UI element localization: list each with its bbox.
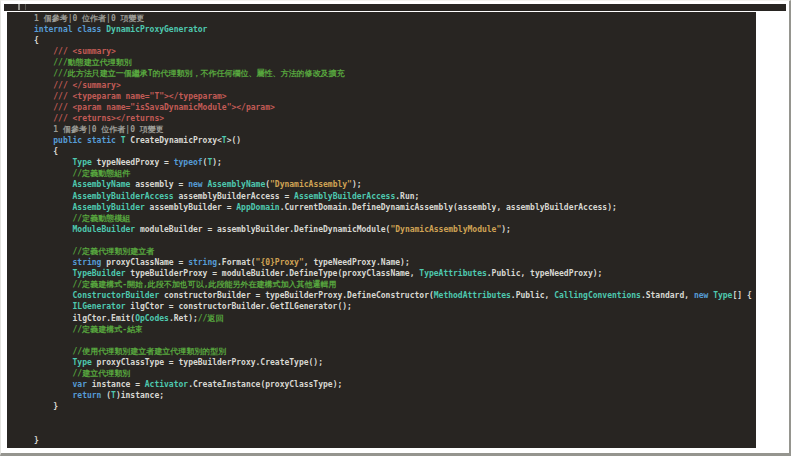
code-token: proxyClassName = <box>101 258 188 267</box>
code-token: /// <typeparam name="T"></typeparam> <box>34 92 227 101</box>
code-token: //使用代理類別建立者建立代理類別的型別 <box>34 347 226 356</box>
code-token: string <box>34 258 101 267</box>
code-token: .Run; <box>395 192 419 201</box>
code-token: Type <box>34 358 92 367</box>
code-token: "{0}Proxy" <box>256 258 304 267</box>
code-line[interactable]: //使用代理類別建立者建立代理類別的型別 <box>34 346 756 357</box>
code-line[interactable]: internal class DynamicProxyGenerator <box>34 24 756 35</box>
code-line[interactable]: /// <param name="isSavaDynamicModule"></… <box>34 102 756 113</box>
code-token: //定義建構式-開始,此段不加也可以,此段能另外在建構式加入其他邏輯用 <box>34 280 337 289</box>
code-line[interactable]: string proxyClassName = string.Format("{… <box>34 257 756 268</box>
code-line[interactable] <box>34 423 756 434</box>
code-token: OpCodes <box>135 314 169 323</box>
code-token: //定義動態模組 <box>34 214 130 223</box>
code-line[interactable]: ///動態建立代理類別 <box>34 57 756 68</box>
code-token: } <box>34 402 58 411</box>
code-token: ( <box>101 391 111 400</box>
clipped-editor-strip <box>4 4 786 11</box>
code-token: ); <box>501 225 511 234</box>
code-token: assemblyBuilder = <box>145 203 237 212</box>
code-token: , typeNeedProxy.Name); <box>304 258 410 267</box>
code-token: ); <box>212 158 222 167</box>
code-line[interactable]: public static T CreateDynamicProxy<T>() <box>34 135 756 146</box>
code-line[interactable]: AssemblyBuilder assemblyBuilder = AppDom… <box>34 202 756 213</box>
code-text-area[interactable]: 1 個參考|0 位作者|0 項變更internal class DynamicP… <box>7 12 756 446</box>
code-line[interactable]: ConstructorBuilder constructorBuilder = … <box>34 290 756 301</box>
code-token: .Public, typeNeedProxy); <box>487 269 603 278</box>
code-line[interactable]: //定義動態組件 <box>34 168 756 179</box>
code-line[interactable]: //定義動態模組 <box>34 213 756 224</box>
code-token: AssemblyBuilderAccess <box>34 192 174 201</box>
code-token: //建立代理類別 <box>34 369 130 378</box>
code-line[interactable]: //定義建構式-開始,此段不加也可以,此段能另外在建構式加入其他邏輯用 <box>34 279 756 290</box>
code-token: /// </summary> <box>34 81 121 90</box>
code-token: moduleBuilder = assemblyBuilder.DefineDy… <box>135 225 390 234</box>
code-token: typeBuilderProxy = moduleBuilder.DefineT… <box>126 269 420 278</box>
code-line[interactable]: ModuleBuilder moduleBuilder = assemblyBu… <box>34 224 756 235</box>
code-token: { <box>34 36 39 45</box>
code-token: 1 個參考|0 位作者|0 項變更 <box>34 125 164 134</box>
code-token: TypeBuilder <box>34 269 126 278</box>
code-token: //返回 <box>198 314 224 323</box>
code-line[interactable]: Type proxyClassType = typeBuilderProxy.C… <box>34 357 756 368</box>
code-token: assemblyBuilderAccess = <box>174 192 294 201</box>
code-line[interactable]: } <box>34 401 756 412</box>
code-token: typeof <box>174 158 203 167</box>
code-token: ///動態建立代理類別 <box>34 58 132 67</box>
code-line[interactable] <box>34 335 756 346</box>
code-line[interactable]: AssemblyName assembly = new AssemblyName… <box>34 179 756 190</box>
code-line[interactable]: /// <summary> <box>34 46 756 57</box>
code-line[interactable]: } <box>34 435 756 446</box>
code-token: /// <returns></returns> <box>34 114 164 123</box>
code-token: internal class <box>34 25 106 34</box>
code-token: .CreateInstance(proxyClassType); <box>188 380 342 389</box>
code-token: DynamicProxyGenerator <box>106 25 207 34</box>
code-token: /// <summary> <box>34 47 116 56</box>
code-line[interactable]: ///此方法只建立一個繼承T的代理類別，不作任何欄位、屬性、方法的修改及擴充 <box>34 68 756 79</box>
code-token: new <box>694 291 708 300</box>
code-token: CallingConventions <box>554 291 641 300</box>
code-line[interactable]: ilgCtor.Emit(OpCodes.Ret);//返回 <box>34 313 756 324</box>
code-token: AppDomain <box>236 203 279 212</box>
code-line[interactable]: Type typeNeedProxy = typeof(T); <box>34 157 756 168</box>
code-line[interactable]: //建立代理類別 <box>34 368 756 379</box>
code-line[interactable]: ILGenerator ilgCtor = constructorBuilder… <box>34 301 756 312</box>
code-token: return <box>34 391 101 400</box>
code-token: public static <box>34 136 121 145</box>
screenshot-page: { "palette": { "editor_bg": "#282522", "… <box>0 0 800 462</box>
code-line[interactable]: { <box>34 146 756 157</box>
code-token: 1 個參考|0 位作者|0 項變更 <box>34 14 145 23</box>
code-token: .Standard, <box>641 291 694 300</box>
code-line[interactable]: //定義代理類別建立者 <box>34 246 756 257</box>
code-token: .Ret); <box>169 314 198 323</box>
codelens-indicator[interactable]: 1 個參考|0 位作者|0 項變更 <box>34 124 756 135</box>
code-token: TypeAttributes <box>419 269 486 278</box>
code-token: ilgCtor.Emit( <box>34 314 135 323</box>
code-token: /// <param name="isSavaDynamicModule"></… <box>34 103 275 112</box>
code-token: .CurrentDomain.DefineDynamicAssembly(ass… <box>280 203 617 212</box>
code-editor[interactable]: 1 個參考|0 位作者|0 項變更internal class DynamicP… <box>7 12 756 448</box>
code-token: ilgCtor = constructorBuilder.GetILGenera… <box>126 302 352 311</box>
code-token: { <box>34 147 58 156</box>
code-token: } <box>34 436 39 445</box>
code-line[interactable] <box>34 412 756 423</box>
code-line[interactable]: TypeBuilder typeBuilderProxy = moduleBui… <box>34 268 756 279</box>
code-token: constructorBuilder = typeBuilderProxy.De… <box>159 291 434 300</box>
code-line[interactable]: /// <returns></returns> <box>34 113 756 124</box>
code-line[interactable] <box>34 235 756 246</box>
codelens-indicator[interactable]: 1 個參考|0 位作者|0 項變更 <box>34 13 756 24</box>
code-line[interactable]: /// </summary> <box>34 80 756 91</box>
code-line[interactable]: var instance = Activator.CreateInstance(… <box>34 379 756 390</box>
code-token: ); <box>352 180 362 189</box>
code-token: "DynamicAssemblyModule" <box>390 225 501 234</box>
code-line[interactable]: /// <typeparam name="T"></typeparam> <box>34 91 756 102</box>
code-line[interactable]: { <box>34 35 756 46</box>
code-line[interactable]: AssemblyBuilderAccess assemblyBuilderAcc… <box>34 191 756 202</box>
code-line[interactable]: //定義建構式-結束 <box>34 324 756 335</box>
code-token: //定義代理類別建立者 <box>34 247 154 256</box>
code-token: //定義建構式-結束 <box>34 325 143 334</box>
code-token: )instance; <box>116 391 164 400</box>
code-token: .Format( <box>217 258 256 267</box>
code-line[interactable]: return (T)instance; <box>34 390 756 401</box>
code-token: AssemblyName <box>34 180 130 189</box>
